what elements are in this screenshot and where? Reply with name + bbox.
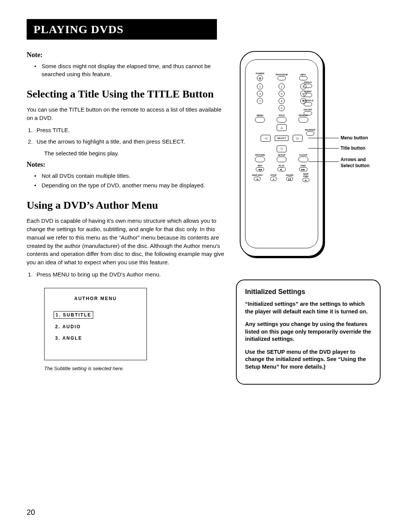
remote-diagram: POWER⏻ PROGRAM INFO 1 2 3 4 5 6 7 8 <box>240 51 323 257</box>
angle-label: ANGLE <box>304 81 312 83</box>
power-label: POWER <box>256 72 264 75</box>
stop-button-icon: ■ <box>270 177 277 181</box>
author-menu-title: AUTHOR MENU <box>54 296 137 301</box>
author-menu-item: 3. ANGLE <box>54 335 84 342</box>
rev-button-icon: ◀◀ <box>256 167 264 171</box>
audio-button-icon <box>304 93 312 97</box>
callout-line <box>308 148 339 149</box>
arrow-up-icon: △ <box>277 124 287 131</box>
marker-button-icon <box>306 131 314 136</box>
info-button-icon <box>299 76 307 80</box>
repeat-button-icon <box>298 117 308 123</box>
note-heading: Note: <box>27 51 225 59</box>
menu-button-icon <box>255 117 265 123</box>
left-column: Note: Some discs might not display the e… <box>27 51 225 385</box>
skiprev-button-icon: ⏮ <box>254 177 261 181</box>
info-paragraph: Use the SETUP menu of the DVD player to … <box>245 348 371 371</box>
step: Press MENU to bring up the DVD’s Author … <box>34 270 225 279</box>
callout-title: Title button <box>341 145 365 152</box>
arrow-left-icon: ◁ <box>261 135 271 142</box>
skipfwd-button-icon: ⏭ <box>303 178 309 182</box>
onoff-label: ON-OFF <box>304 109 312 111</box>
num-button: 1 <box>257 83 263 89</box>
play-label: PLAY <box>279 165 284 167</box>
page-number: 20 <box>27 508 35 517</box>
subtitle-button-icon <box>304 102 312 106</box>
skiprev-label: SKIP REV <box>252 174 263 176</box>
step: Press TITLE. <box>34 126 225 135</box>
setup-label: SETUP <box>278 154 285 156</box>
num-button: 4 <box>257 91 263 97</box>
num-button: 2 <box>279 83 285 89</box>
section-title: Using a DVD’s Author Menu <box>27 199 225 211</box>
steps-list: Press MENU to bring up the DVD’s Author … <box>34 270 225 279</box>
audio-label: AUDIO <box>304 90 311 93</box>
menu-label: MENU <box>256 114 263 117</box>
num-button: 5 <box>279 91 285 97</box>
info-heading: Initialized Settings <box>245 288 371 296</box>
clear-button-icon <box>298 157 308 162</box>
right-column: POWER⏻ PROGRAM INFO 1 2 3 4 5 6 7 8 <box>236 51 381 385</box>
step: Use the arrows to highlight a title, and… <box>34 137 225 146</box>
diagram-caption: The Subtitle setting is selected here. <box>44 366 225 371</box>
pause-button-icon: ❚❚ <box>286 177 293 181</box>
callout-arrows: Arrows and Select button <box>341 157 379 169</box>
rev-label: REV <box>258 165 262 167</box>
fwd-button-icon: ▶▶ <box>299 167 307 171</box>
power-button-icon: ⏻ <box>257 75 263 81</box>
select-button-icon: SELECT <box>275 136 288 141</box>
callout-line <box>308 138 339 138</box>
info-paragraph: Any settings you change by using the fea… <box>245 321 371 343</box>
info-label: INFO <box>300 73 306 76</box>
info-box: Initialized Settings “Initialized settin… <box>236 280 381 385</box>
body-text: You can use the TITLE button on the remo… <box>27 105 225 122</box>
setup-button-icon <box>277 157 287 162</box>
pause-label: PAUSE <box>286 174 293 176</box>
step-result: The selected title begins play. <box>44 149 225 158</box>
clear-label: CLEAR <box>299 154 307 156</box>
return-button-icon <box>255 157 265 162</box>
dpad: △ ▽ ◁ ▷ SELECT MARKER <box>261 125 303 152</box>
num-button: 7 <box>257 98 263 104</box>
body-text: Each DVD is capable of having it’s own m… <box>27 217 225 267</box>
section-title: Selecting a Title Using the TITLE Button <box>27 88 225 100</box>
num-button: 0 <box>279 105 285 111</box>
stop-label: STOP <box>271 174 277 176</box>
note-item: Depending on the type of DVD, another me… <box>34 181 225 189</box>
note-text: Depending on the type of DVD, another me… <box>41 181 205 189</box>
fwd-label: FWD <box>301 165 306 167</box>
title-button-icon <box>277 117 287 123</box>
subtitle-label: SUBTITLE <box>302 99 313 102</box>
arrow-right-icon: ▷ <box>293 135 303 142</box>
notes-heading: Notes: <box>27 161 225 169</box>
author-menu-diagram: AUTHOR MENU 1. SUBTITLE 2. AUDIO 3. ANGL… <box>44 288 147 360</box>
author-menu-item: 2. AUDIO <box>54 323 83 330</box>
angle-button-icon <box>304 84 312 88</box>
title-label: TITLE <box>279 114 285 117</box>
note-item: Some discs might not display the elapsed… <box>34 62 225 78</box>
program-button-icon <box>277 76 286 80</box>
skipfwd-label: SKIP FWD <box>301 173 311 177</box>
callout-line <box>308 161 339 162</box>
num-button: 8 <box>279 98 285 104</box>
program-label: PROGRAM <box>276 73 287 76</box>
callout-menu: Menu button <box>341 135 368 141</box>
section-header: PLAYING DVDS <box>27 19 217 40</box>
play-button-icon: ▶ <box>277 167 286 171</box>
info-paragraph: “Initialized settings” are the settings … <box>245 300 371 315</box>
return-label: RETURN <box>255 154 265 156</box>
note-item: Not all DVDs contain multiple titles. <box>34 172 225 180</box>
note-text: Some discs might not display the elapsed… <box>41 62 225 78</box>
arrow-down-icon: ▽ <box>277 145 287 152</box>
author-menu-item-selected: 1. SUBTITLE <box>54 311 93 319</box>
marker-label: MARKER <box>305 129 315 131</box>
note-text: Not all DVDs contain multiple titles. <box>41 172 130 180</box>
onoff-button-icon <box>304 111 312 115</box>
steps-list: Press TITLE. Use the arrows to highlight… <box>34 126 225 146</box>
